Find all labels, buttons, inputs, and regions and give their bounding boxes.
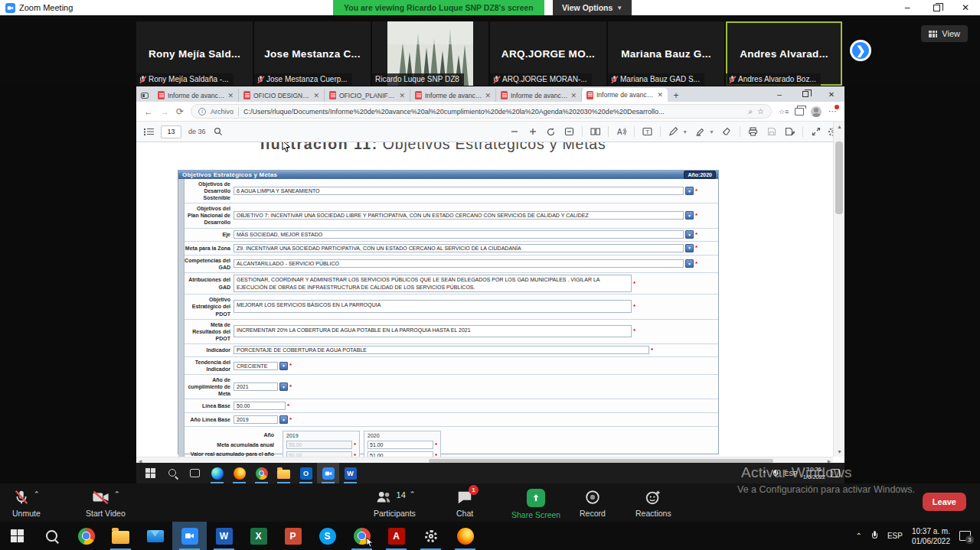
- favorite-star-icon[interactable]: ☆: [757, 107, 764, 116]
- chat-button[interactable]: 1 Chat: [456, 489, 473, 518]
- share-screen-button[interactable]: Share Screen: [511, 489, 560, 519]
- notification-center-icon[interactable]: 3: [959, 531, 971, 541]
- participant-tile[interactable]: ARQ.JORGE MO... ARQ.JORGE MORAN-...: [490, 21, 606, 86]
- valor-2019-field[interactable]: 50.00: [286, 451, 352, 457]
- anio-linea-base-field[interactable]: 2019: [234, 415, 278, 424]
- erase-icon[interactable]: [721, 126, 733, 138]
- participant-tile-sharing[interactable]: Ricardo Luque SNP DZ8: [372, 21, 488, 86]
- minimize-button[interactable]: –: [893, 0, 922, 15]
- tray-mic-icon[interactable]: [871, 531, 878, 541]
- rotate-icon[interactable]: [545, 126, 557, 138]
- back-icon[interactable]: ←: [144, 106, 153, 117]
- save-as-icon[interactable]: [784, 126, 795, 138]
- taskbar-zoom-active[interactable]: [317, 463, 339, 483]
- eje-field[interactable]: MÁS SOCIEDAD, MEJOR ESTADO: [234, 230, 684, 239]
- address-input[interactable]: i Archivo C:/Users/rluque/Documents/Info…: [191, 104, 772, 119]
- dropdown-button[interactable]: ▼: [685, 211, 694, 220]
- close-tab-icon[interactable]: ✕: [485, 92, 491, 99]
- browser-tab[interactable]: OFICIO DESIGNACIÓN✕: [239, 89, 325, 102]
- meta-2020-field[interactable]: 51.00: [368, 441, 433, 449]
- print-icon[interactable]: [747, 126, 759, 138]
- chevron-up-icon[interactable]: ⌃: [34, 490, 40, 498]
- refresh-icon[interactable]: ⟳: [176, 106, 184, 117]
- view-layout-button[interactable]: View: [921, 25, 968, 42]
- taskbar-mail[interactable]: [138, 522, 172, 550]
- tendencia-field[interactable]: CRECIENTE: [234, 362, 278, 370]
- browser-minimize-button[interactable]: –: [766, 86, 792, 102]
- meta-pdot-field[interactable]: INCREMENTAR 20% LA COBERTURA DE AGUA POT…: [234, 325, 632, 337]
- zoom-page-icon[interactable]: ⌕: [748, 107, 753, 116]
- dropdown-button[interactable]: ▼: [685, 259, 694, 268]
- dropdown-button[interactable]: ▼: [279, 382, 288, 391]
- tray-chevron-icon[interactable]: ⌃: [856, 532, 862, 540]
- maximize-button[interactable]: [922, 0, 951, 15]
- taskbar-settings[interactable]: [413, 522, 448, 550]
- start-button[interactable]: [139, 463, 162, 483]
- taskbar-chrome[interactable]: [250, 463, 273, 483]
- taskbar-skype[interactable]: S: [310, 522, 345, 550]
- taskbar-firefox[interactable]: [448, 522, 482, 550]
- horizontal-scrollbar[interactable]: ◀ ▶: [136, 457, 833, 463]
- scroll-up-icon[interactable]: ▲: [834, 122, 845, 132]
- dropdown-button[interactable]: ▼: [685, 187, 694, 195]
- anio-cumplimiento-field[interactable]: 2021: [234, 382, 278, 391]
- taskbar-zoom-active[interactable]: [172, 522, 207, 550]
- save-icon[interactable]: [766, 126, 777, 138]
- participants-button[interactable]: 14⌃ Participants: [374, 489, 416, 518]
- scrollbar-thumb[interactable]: [835, 142, 843, 214]
- vertical-scrollbar[interactable]: ▲ ▼: [833, 122, 844, 457]
- reactions-button[interactable]: Reactions: [635, 489, 671, 518]
- meta-2019-field[interactable]: 55.00: [286, 441, 352, 449]
- browser-tab[interactable]: Informe de avance al✕: [496, 89, 582, 102]
- objetivo-pdot-field[interactable]: MEJORAR LOS SERVICIOS BÁSICOS EN LA PARR…: [234, 300, 632, 313]
- indicador-field[interactable]: PORCENTAJE DE COBERTURA DE AGUA POTABLE: [234, 346, 649, 354]
- taskbar-word[interactable]: W: [207, 522, 241, 550]
- tab-actions-menu-button[interactable]: [136, 89, 153, 102]
- dropdown-button[interactable]: ▼: [685, 244, 694, 252]
- scrollbar-thumb[interactable]: [429, 459, 773, 463]
- browser-tab[interactable]: OFICIO_PLANIFICA_EC✕: [325, 89, 410, 102]
- linea-base-field[interactable]: 50.00: [234, 402, 286, 410]
- next-participants-button[interactable]: ❯: [850, 40, 871, 61]
- atribuciones-field[interactable]: GESTIONAR, COORDINAR Y ADMINISTRAR LOS S…: [234, 275, 632, 293]
- taskbar-firefox[interactable]: [228, 463, 250, 483]
- participant-tile-active-speaker[interactable]: Andres Alvarad... Andres Alvarado Boz...: [726, 21, 842, 86]
- page-number-input[interactable]: 13: [161, 125, 181, 138]
- unmute-button[interactable]: ⌃ Unmute: [12, 489, 41, 518]
- dropdown-button[interactable]: ▼: [279, 415, 288, 424]
- table-of-contents-icon[interactable]: [144, 128, 154, 135]
- chevron-down-icon[interactable]: ▼: [682, 129, 688, 135]
- taskbar-powerpoint[interactable]: P: [276, 522, 310, 550]
- participant-tile[interactable]: Rony Mejía Sald... Rony Mejía Saldaña -.…: [136, 21, 253, 86]
- close-tab-icon[interactable]: ✕: [399, 92, 405, 99]
- valor-2020-field[interactable]: 51.00: [368, 451, 433, 457]
- taskbar-edge[interactable]: [206, 463, 228, 483]
- chevron-up-icon[interactable]: ⌃: [114, 490, 120, 498]
- close-tab-icon[interactable]: ✕: [313, 92, 319, 99]
- close-tab-icon[interactable]: ✕: [657, 91, 663, 99]
- close-tab-icon[interactable]: ✕: [570, 92, 577, 99]
- taskbar-file-explorer[interactable]: [273, 463, 295, 483]
- settings-more-icon[interactable]: ⋯: [828, 106, 837, 116]
- scroll-down-icon[interactable]: ▼: [834, 447, 845, 457]
- meta-zona-field[interactable]: Z9. INCENTIVAR UNA SOCIEDAD PARTICIPATIV…: [234, 244, 684, 252]
- chevron-down-icon[interactable]: ▼: [709, 129, 714, 135]
- add-text-icon[interactable]: T: [642, 126, 653, 138]
- new-tab-button[interactable]: +: [668, 89, 684, 102]
- taskbar-word[interactable]: W: [339, 463, 361, 483]
- browser-tab-active[interactable]: Informe de avance al✕: [582, 88, 668, 102]
- highlight-icon[interactable]: [694, 126, 706, 138]
- taskbar-excel[interactable]: X: [241, 522, 276, 550]
- profile-avatar[interactable]: [811, 106, 822, 117]
- fullscreen-icon[interactable]: [810, 126, 822, 138]
- draw-pen-icon[interactable]: [668, 126, 679, 138]
- browser-restore-button[interactable]: [792, 86, 818, 102]
- record-button[interactable]: Record: [580, 489, 606, 518]
- task-view-button[interactable]: [184, 463, 206, 483]
- pnd-field[interactable]: OBJETIVO 7: INCENTIVAR UNA SOCIEDAD LIBR…: [234, 211, 684, 220]
- leave-button[interactable]: Leave: [923, 493, 966, 511]
- forward-icon[interactable]: →: [160, 106, 169, 117]
- browser-tab[interactable]: Informe de avance al✕: [153, 89, 239, 102]
- taskbar-chrome[interactable]: [69, 522, 103, 550]
- taskbar-acrobat[interactable]: A: [379, 522, 413, 550]
